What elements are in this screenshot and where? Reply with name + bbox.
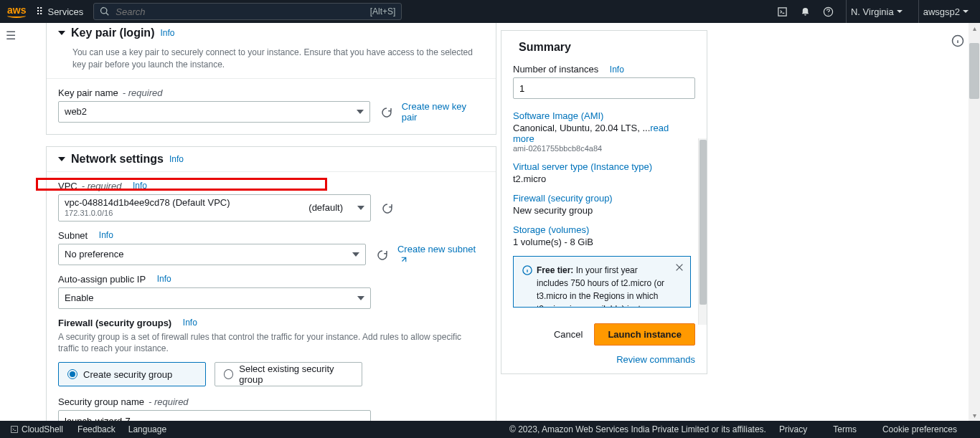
collapse-toggle[interactable] <box>58 157 65 161</box>
cloudshell-icon[interactable] <box>777 6 788 17</box>
keypair-select[interactable]: web2 <box>58 101 370 123</box>
keypair-desc: You can use a key pair to securely conne… <box>72 47 484 71</box>
collapse-toggle[interactable] <box>58 31 65 35</box>
user-label: awsgsp2 <box>923 6 960 17</box>
info-icon <box>522 265 532 275</box>
create-keypair-link[interactable]: Create new key pair <box>402 101 484 123</box>
copyright: © 2023, Amazon Web Services India Privat… <box>509 424 766 434</box>
radio-select-sg[interactable]: Select existing security group <box>215 362 362 386</box>
cancel-button[interactable]: Cancel <box>554 329 583 340</box>
keypair-title: Key pair (login) <box>71 27 154 39</box>
footer: CloudShell Feedback Language © 2023, Ama… <box>0 421 980 438</box>
summary-type-desc: t2.micro <box>513 173 691 184</box>
account-selector[interactable]: awsgsp2 <box>918 0 973 23</box>
radio-create-sg[interactable]: Create security group <box>58 362 206 386</box>
launch-instance-button[interactable]: Launch instance <box>594 323 695 346</box>
info-panel-toggle[interactable] <box>951 34 964 49</box>
free-tier-notice: Free tier: In your first year includes 7… <box>513 256 691 308</box>
numinst-info-link[interactable]: Info <box>610 65 624 75</box>
summary-storage-link[interactable]: Storage (volumes) <box>513 224 691 235</box>
summary-panel: Summary Number of instances Info Softwar… <box>501 30 707 374</box>
network-panel: Network settings Info VPC - required Inf… <box>46 146 496 421</box>
close-icon[interactable] <box>674 262 684 276</box>
summary-firewall-desc: New security group <box>513 205 691 216</box>
services-grid-icon[interactable]: ⠿ <box>36 6 43 17</box>
refresh-vpc[interactable] <box>381 202 392 214</box>
summary-type-link[interactable]: Virtual server type (Instance type) <box>513 161 691 172</box>
region-label: N. Virginia <box>851 6 894 17</box>
global-search[interactable]: [Alt+S] <box>93 3 402 20</box>
cloudshell-link[interactable]: CloudShell <box>10 424 63 434</box>
chevron-down-icon <box>352 252 359 257</box>
autoip-info-link[interactable]: Info <box>157 274 171 284</box>
vpc-name: vpc-048814d1b4ee9cd78 (Default VPC) <box>65 197 230 209</box>
vpc-cidr: 172.31.0.0/16 <box>65 209 230 218</box>
chevron-down-icon <box>357 110 364 114</box>
keypair-panel: Key pair (login) Info You can use a key … <box>46 23 496 135</box>
services-link[interactable]: Services <box>47 6 83 17</box>
cookie-link[interactable]: Cookie preferences <box>882 424 957 434</box>
refresh-keypair[interactable] <box>380 106 392 118</box>
review-commands-link[interactable]: Review commands <box>501 354 707 373</box>
autoip-select[interactable]: Enable <box>58 287 371 309</box>
summary-ami-id: ami-0261755bbcb8c4a84 <box>513 144 691 153</box>
subnet-label: Subnet Info <box>58 230 484 241</box>
vpc-label: VPC - required Info <box>58 181 484 191</box>
network-title: Network settings <box>71 153 164 166</box>
autoip-label: Auto-assign public IP Info <box>58 274 484 285</box>
summary-scrollbar[interactable] <box>698 138 707 325</box>
network-info-link[interactable]: Info <box>169 154 184 164</box>
vpc-info-link[interactable]: Info <box>133 181 147 191</box>
language-link[interactable]: Language <box>128 424 166 434</box>
numinst-input[interactable] <box>513 77 695 99</box>
vpc-select[interactable]: vpc-048814d1b4ee9cd78 (Default VPC) 172.… <box>58 194 371 222</box>
keypair-info-link[interactable]: Info <box>160 28 174 38</box>
autoip-value: Enable <box>65 292 93 303</box>
page-scrollbar[interactable]: ▴ ▾ <box>969 23 980 421</box>
refresh-subnet[interactable] <box>376 249 387 260</box>
search-icon <box>100 6 110 16</box>
side-nav-toggle[interactable]: ☰ <box>6 29 16 42</box>
radio-create-label: Create security group <box>83 369 172 380</box>
summary-ami-link[interactable]: Software Image (AMI) <box>513 110 691 121</box>
subnet-value: No preference <box>65 249 123 260</box>
chevron-down-icon <box>963 10 969 13</box>
firewall-label: Firewall (security groups) Info <box>58 318 484 328</box>
subnet-select[interactable]: No preference <box>58 244 366 265</box>
vpc-default-tag: (default) <box>308 202 343 213</box>
firewall-help: A security group is a set of firewall ru… <box>58 331 484 356</box>
create-subnet-link[interactable]: Create new subnet <box>397 244 484 265</box>
chevron-down-icon <box>357 296 364 300</box>
summary-firewall-link[interactable]: Firewall (security group) <box>513 193 691 204</box>
aws-logo[interactable]: aws <box>7 5 26 18</box>
chevron-down-icon <box>357 206 364 210</box>
top-nav: aws ⠿ Services [Alt+S] N. Virginia awsgs… <box>0 0 980 23</box>
summary-storage-desc: 1 volume(s) - 8 GiB <box>513 237 691 247</box>
firewall-info-link[interactable]: Info <box>183 318 197 328</box>
search-input[interactable] <box>116 6 369 17</box>
summary-ami-desc: Canonical, Ubuntu, 20.04 LTS, ...read mo… <box>513 123 691 144</box>
region-selector[interactable]: N. Virginia <box>846 0 907 23</box>
keypair-name-label: Key pair name - required <box>58 87 484 98</box>
subnet-info-link[interactable]: Info <box>99 230 113 240</box>
help-icon[interactable] <box>823 6 834 17</box>
keypair-selected-value: web2 <box>65 106 87 117</box>
numinst-label: Number of instances Info <box>513 64 695 75</box>
sg-name-input[interactable] <box>58 410 371 421</box>
radio-select-label: Select existing security group <box>239 363 353 385</box>
chevron-down-icon <box>897 10 903 13</box>
sg-name-label: Security group name - required <box>58 396 484 407</box>
feedback-link[interactable]: Feedback <box>77 424 116 434</box>
search-kbd-hint: [Alt+S] <box>370 6 396 16</box>
notifications-icon[interactable] <box>800 6 811 17</box>
terms-link[interactable]: Terms <box>833 424 857 434</box>
privacy-link[interactable]: Privacy <box>779 424 807 434</box>
summary-title: Summary <box>519 41 571 54</box>
